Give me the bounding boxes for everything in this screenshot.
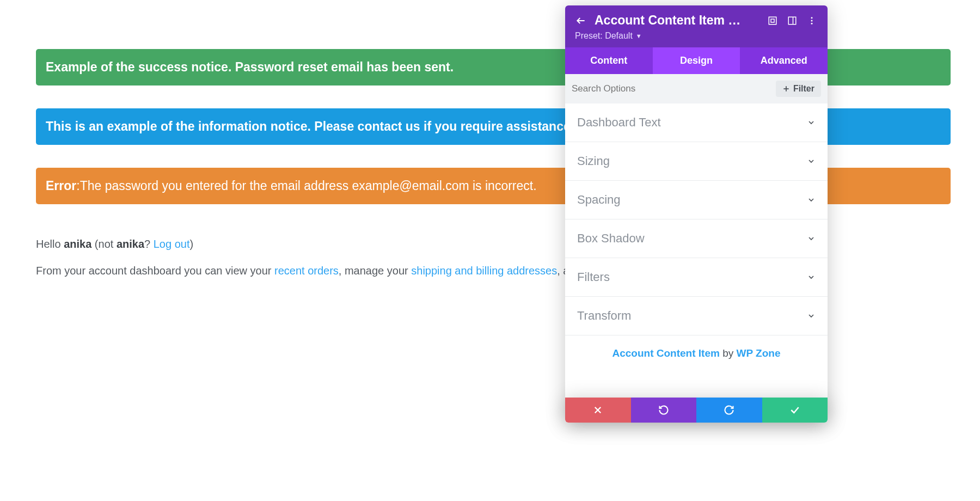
not-open: (not (91, 238, 117, 250)
section-label: Filters (577, 270, 610, 284)
chevron-down-icon (807, 234, 816, 243)
filter-label: Filter (793, 84, 814, 94)
panel-actions (565, 398, 828, 423)
section-filters[interactable]: Filters (565, 258, 828, 297)
svg-rect-2 (788, 17, 796, 25)
tab-content[interactable]: Content (565, 47, 653, 74)
section-label: Transform (577, 309, 631, 323)
panel-title: Account Content Item … (595, 13, 759, 28)
user-name-2: anika (117, 238, 144, 250)
panel-header: Account Content Item … Preset: Default ▼ (565, 5, 828, 47)
panel-body: Dashboard Text Sizing Spacing Box Shadow… (565, 103, 828, 423)
section-label: Sizing (577, 154, 610, 168)
more-icon[interactable] (806, 15, 818, 27)
section-label: Box Shadow (577, 231, 645, 246)
expand-icon[interactable] (767, 15, 779, 27)
settings-panel: Account Content Item … Preset: Default ▼… (565, 5, 828, 423)
qmark: ? (144, 238, 154, 250)
svg-point-5 (811, 20, 813, 21)
desc-a: From your account dashboard you can view… (36, 265, 274, 277)
section-box-shadow[interactable]: Box Shadow (565, 219, 828, 258)
chevron-down-icon (807, 311, 816, 320)
dock-icon[interactable] (786, 15, 798, 27)
desc-b: , manage your (339, 265, 411, 277)
redo-button[interactable] (696, 398, 762, 423)
chevron-down-icon (807, 195, 816, 204)
panel-tabs: Content Design Advanced (565, 47, 828, 74)
module-link[interactable]: Account Content Item (612, 347, 720, 359)
undo-button[interactable] (631, 398, 697, 423)
preset-label: Preset: Default (575, 31, 633, 41)
by-word: by (720, 347, 737, 359)
svg-point-6 (811, 22, 813, 24)
cancel-button[interactable] (565, 398, 631, 423)
chevron-down-icon (807, 118, 816, 127)
chevron-down-icon (807, 273, 816, 282)
section-label: Dashboard Text (577, 115, 661, 130)
tab-design[interactable]: Design (653, 47, 740, 74)
caret-down-icon: ▼ (636, 33, 642, 39)
notice-error-label: Error (46, 179, 76, 193)
svg-rect-1 (771, 19, 774, 22)
user-name: anika (64, 238, 91, 250)
panel-footer: Account Content Item by WP Zone (565, 335, 828, 376)
section-label: Spacing (577, 193, 621, 207)
chevron-down-icon (807, 157, 816, 166)
back-icon[interactable] (575, 15, 587, 27)
hello-word: Hello (36, 238, 64, 250)
logout-link[interactable]: Log out (154, 238, 190, 250)
author-link[interactable]: WP Zone (737, 347, 781, 359)
search-input[interactable] (572, 83, 770, 94)
page-content: Example of the success notice. Password … (0, 0, 980, 501)
section-spacing[interactable]: Spacing (565, 181, 828, 219)
svg-point-4 (811, 17, 813, 19)
notice-error-text: :The password you entered for the email … (76, 179, 536, 193)
section-transform[interactable]: Transform (565, 297, 828, 335)
paren-close: ) (189, 238, 193, 250)
addresses-link[interactable]: shipping and billing addresses (411, 265, 557, 277)
section-dashboard-text[interactable]: Dashboard Text (565, 103, 828, 142)
save-button[interactable] (762, 398, 828, 423)
tab-advanced[interactable]: Advanced (740, 47, 828, 74)
section-sizing[interactable]: Sizing (565, 142, 828, 181)
recent-orders-link[interactable]: recent orders (274, 265, 339, 277)
filter-button[interactable]: Filter (776, 81, 821, 97)
panel-search-row: Filter (565, 74, 828, 103)
svg-rect-0 (769, 17, 776, 25)
preset-selector[interactable]: Preset: Default ▼ (575, 31, 818, 41)
